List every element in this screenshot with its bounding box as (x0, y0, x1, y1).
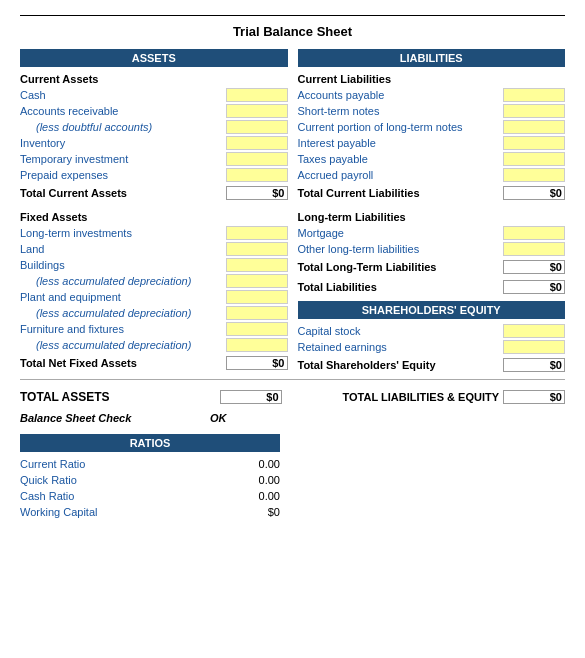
long-term-investments-input[interactable] (226, 226, 288, 240)
ratios-header: RATIOS (20, 434, 280, 452)
list-item: Plant and equipment (20, 289, 288, 305)
page-title: Trial Balance Sheet (20, 15, 565, 39)
taxes-payable-input[interactable] (503, 152, 565, 166)
total-equity-value: $0 (503, 358, 565, 372)
ratios-section: RATIOS Current Ratio 0.00 Quick Ratio 0.… (20, 434, 280, 520)
current-liabilities-section: Current Liabilities Accounts payable Sho… (298, 73, 566, 201)
list-item: Taxes payable (298, 151, 566, 167)
list-item: (less accumulated depreciation) (20, 337, 288, 353)
list-item: (less doubtful accounts) (20, 119, 288, 135)
buildings-input[interactable] (226, 258, 288, 272)
list-item: Accounts receivable (20, 103, 288, 119)
fixed-assets-section: Fixed Assets Long-term investments Land … (20, 211, 288, 371)
temporary-investment-input[interactable] (226, 152, 288, 166)
less-doubtful-input[interactable] (226, 120, 288, 134)
list-item: (less accumulated depreciation) (20, 305, 288, 321)
list-item: Temporary investment (20, 151, 288, 167)
list-item: Inventory (20, 135, 288, 151)
current-assets-section: Current Assets Cash Accounts receivable … (20, 73, 288, 201)
total-longterm-liabilities-value: $0 (503, 260, 565, 274)
total-assets-label: TOTAL ASSETS (20, 390, 220, 404)
other-longterm-input[interactable] (503, 242, 565, 256)
furniture-depreciation-input[interactable] (226, 338, 288, 352)
furniture-input[interactable] (226, 322, 288, 336)
list-item: Working Capital $0 (20, 504, 280, 520)
total-equity-row: Total Shareholders' Equity $0 (298, 357, 566, 373)
list-item: Buildings (20, 257, 288, 273)
current-ratio-value: 0.00 (218, 458, 280, 470)
fixed-assets-title: Fixed Assets (20, 211, 288, 223)
liabilities-header: LIABILITIES (298, 49, 566, 67)
list-item: Cash Ratio 0.00 (20, 488, 280, 504)
current-assets-title: Current Assets (20, 73, 288, 85)
totals-section: TOTAL ASSETS $0 TOTAL LIABILITIES & EQUI… (20, 379, 565, 520)
plant-depreciation-input[interactable] (226, 306, 288, 320)
equity-header: SHAREHOLDERS' EQUITY (298, 301, 566, 319)
cash-input[interactable] (226, 88, 288, 102)
list-item: Quick Ratio 0.00 (20, 472, 280, 488)
list-item: Long-term investments (20, 225, 288, 241)
total-fixed-assets-value: $0 (226, 356, 288, 370)
total-longterm-liabilities-row: Total Long-Term Liabilities $0 (298, 259, 566, 275)
capital-stock-input[interactable] (503, 324, 565, 338)
total-assets-row: TOTAL ASSETS $0 (20, 390, 282, 404)
balance-check-label: Balance Sheet Check (20, 412, 180, 424)
current-liabilities-title: Current Liabilities (298, 73, 566, 85)
list-item: Furniture and fixtures (20, 321, 288, 337)
land-input[interactable] (226, 242, 288, 256)
list-item: Capital stock (298, 323, 566, 339)
list-item: Other long-term liabilities (298, 241, 566, 257)
balance-check-row: Balance Sheet Check OK (20, 410, 565, 426)
assets-column: ASSETS Current Assets Cash Accounts rece… (20, 49, 288, 373)
prepaid-expenses-input[interactable] (226, 168, 288, 182)
list-item: Interest payable (298, 135, 566, 151)
equity-section: SHAREHOLDERS' EQUITY Capital stock Retai… (298, 301, 566, 373)
working-capital-value: $0 (218, 506, 280, 518)
total-assets-value: $0 (220, 390, 282, 404)
list-item: Prepaid expenses (20, 167, 288, 183)
interest-payable-input[interactable] (503, 136, 565, 150)
short-term-notes-input[interactable] (503, 104, 565, 118)
total-liabilities-equity-value: $0 (503, 390, 565, 404)
mortgage-input[interactable] (503, 226, 565, 240)
inventory-input[interactable] (226, 136, 288, 150)
longterm-liabilities-section: Long-term Liabilities Mortgage Other lon… (298, 211, 566, 275)
accounts-payable-input[interactable] (503, 88, 565, 102)
total-fixed-assets-row: Total Net Fixed Assets $0 (20, 355, 288, 371)
longterm-liabilities-title: Long-term Liabilities (298, 211, 566, 223)
list-item: Mortgage (298, 225, 566, 241)
list-item: Retained earnings (298, 339, 566, 355)
total-current-liabilities-value: $0 (503, 186, 565, 200)
list-item: Cash (20, 87, 288, 103)
total-liabilities-row: Total Liabilities $0 (298, 279, 566, 295)
list-item: Land (20, 241, 288, 257)
assets-header: ASSETS (20, 49, 288, 67)
buildings-depreciation-input[interactable] (226, 274, 288, 288)
balance-check-value: OK (210, 412, 227, 424)
total-current-liabilities-row: Total Current Liabilities $0 (298, 185, 566, 201)
quick-ratio-value: 0.00 (218, 474, 280, 486)
current-longterm-input[interactable] (503, 120, 565, 134)
list-item: Accrued payroll (298, 167, 566, 183)
list-item: Accounts payable (298, 87, 566, 103)
plant-equipment-input[interactable] (226, 290, 288, 304)
accrued-payroll-input[interactable] (503, 168, 565, 182)
accounts-receivable-input[interactable] (226, 104, 288, 118)
list-item: Short-term notes (298, 103, 566, 119)
cash-ratio-value: 0.00 (218, 490, 280, 502)
total-current-assets-value: $0 (226, 186, 288, 200)
retained-earnings-input[interactable] (503, 340, 565, 354)
total-liabilities-equity-label: TOTAL LIABILITIES & EQUITY (343, 391, 499, 403)
liabilities-column: LIABILITIES Current Liabilities Accounts… (298, 49, 566, 373)
total-liabilities-equity-row: TOTAL LIABILITIES & EQUITY $0 (293, 390, 566, 404)
list-item: Current portion of long-term notes (298, 119, 566, 135)
list-item: (less accumulated depreciation) (20, 273, 288, 289)
total-liabilities-value: $0 (503, 280, 565, 294)
total-current-assets-row: Total Current Assets $0 (20, 185, 288, 201)
list-item: Current Ratio 0.00 (20, 456, 280, 472)
